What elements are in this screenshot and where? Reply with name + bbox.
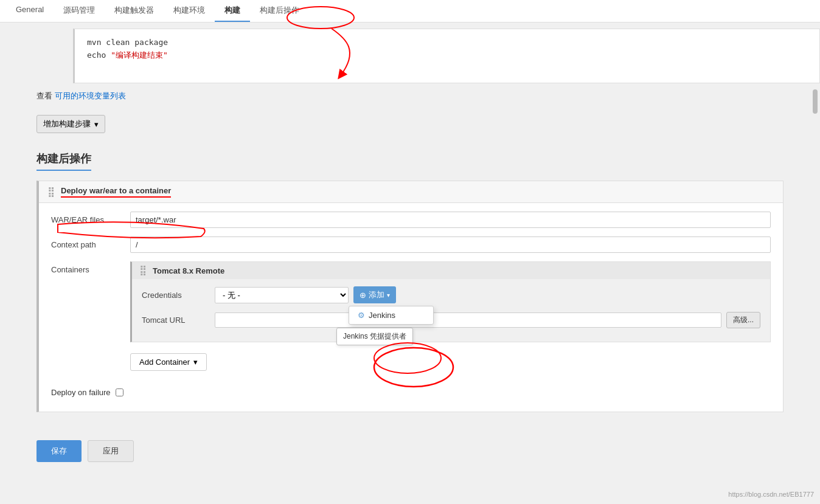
war-ear-label: WAR/EAR files — [51, 215, 130, 224]
deploy-card: ⣿ Deploy war/ear to a container WAR/EAR … — [36, 181, 784, 412]
jenkins-icon: ⚙ — [358, 311, 365, 320]
containers-label: Containers — [51, 261, 130, 274]
drag-handle-icon[interactable]: ⣿ — [47, 187, 55, 197]
advanced-button[interactable]: 高级... — [726, 312, 760, 328]
jenkins-option[interactable]: ⚙ Jenkins — [349, 306, 433, 324]
main-content: mvn clean package echo "编译构建结束" 查看 可用的环境… — [0, 22, 820, 504]
war-ear-row: WAR/EAR files — [51, 212, 771, 228]
context-path-row: Context path — [51, 236, 771, 253]
context-path-label: Context path — [51, 240, 130, 249]
context-path-input[interactable] — [130, 236, 771, 253]
build-step-area: 增加构建步骤 ▾ — [0, 109, 820, 145]
credentials-label: Credentials — [142, 291, 215, 300]
deploy-failure-row: Deploy on failure — [51, 382, 771, 403]
code-line-2: echo "编译构建结束" — [87, 49, 807, 62]
add-icon: ⊕ — [360, 291, 366, 300]
add-container-caret-icon: ▾ — [193, 357, 198, 367]
deploy-card-header: ⣿ Deploy war/ear to a container — [39, 181, 783, 203]
credentials-dropdown-menu: ⚙ Jenkins — [349, 306, 434, 325]
tabs-bar: General 源码管理 构建触发器 构建环境 构建 构建后操作 — [0, 0, 820, 22]
add-caret-icon: ▾ — [387, 292, 390, 299]
jenkins-option-label: Jenkins — [369, 311, 395, 320]
add-build-step-button[interactable]: 增加构建步骤 ▾ — [36, 115, 105, 133]
add-btn-label: 添加 — [369, 289, 384, 300]
containers-row: Containers ⣿ Tomcat 8.x Remote — [51, 261, 771, 373]
tab-trigger[interactable]: 构建触发器 — [105, 0, 164, 22]
deploy-failure-checkbox[interactable] — [116, 388, 123, 396]
page-wrapper: General 源码管理 构建触发器 构建环境 构建 构建后操作 mvn cle… — [0, 0, 820, 504]
containers-content: ⣿ Tomcat 8.x Remote Credentials - 无 - — [130, 261, 771, 373]
watermark: https://blog.csdn.net/EB1777 — [728, 491, 814, 498]
tab-env[interactable]: 构建环境 — [164, 0, 215, 22]
dropdown-caret-icon: ▾ — [94, 120, 99, 129]
deploy-card-title: Deploy war/ear to a container — [61, 186, 171, 198]
env-link[interactable]: 可用的环境变量列表 — [55, 91, 126, 100]
tomcat-card: ⣿ Tomcat 8.x Remote Credentials - 无 - — [130, 261, 771, 342]
tab-general[interactable]: General — [6, 0, 54, 22]
tomcat-url-input[interactable] — [215, 312, 721, 328]
tomcat-card-body: Credentials - 无 - ⊕ 添加 ▾ — [132, 279, 770, 342]
add-container-button[interactable]: Add Container ▾ — [130, 353, 207, 371]
tab-build[interactable]: 构建 — [215, 0, 250, 22]
war-ear-input[interactable] — [130, 212, 771, 228]
env-link-area: 查看 可用的环境变量列表 — [0, 83, 820, 109]
add-container-label: Add Container — [139, 357, 190, 367]
save-button[interactable]: 保存 — [36, 440, 82, 462]
tab-source[interactable]: 源码管理 — [54, 0, 105, 22]
tomcat-title: Tomcat 8.x Remote — [153, 266, 224, 275]
tomcat-drag-icon[interactable]: ⣿ — [139, 266, 147, 275]
code-editor[interactable]: mvn clean package echo "编译构建结束" — [73, 29, 820, 83]
add-container-area: Add Container ▾ — [130, 347, 771, 373]
add-credentials-button[interactable]: ⊕ 添加 ▾ — [353, 286, 396, 303]
jenkins-tooltip: Jenkins 凭据提供者 — [336, 328, 413, 345]
tomcat-url-label: Tomcat URL — [142, 316, 215, 325]
add-build-step-label: 增加构建步骤 — [43, 119, 91, 129]
apply-button[interactable]: 应用 — [88, 440, 134, 462]
tomcat-url-row: Tomcat URL 高级... — [142, 312, 760, 328]
tab-post[interactable]: 构建后操作 — [250, 0, 309, 22]
deploy-failure-label: Deploy on failure — [51, 388, 111, 397]
bottom-actions: 保存 应用 — [0, 430, 820, 472]
post-build-title: 构建后操作 — [36, 151, 91, 171]
credentials-select[interactable]: - 无 - — [215, 287, 349, 303]
tomcat-card-header: ⣿ Tomcat 8.x Remote — [132, 262, 770, 279]
credentials-row: Credentials - 无 - ⊕ 添加 ▾ — [142, 286, 760, 303]
env-link-prefix: 查看 — [36, 91, 55, 100]
deploy-card-body: WAR/EAR files Context path Containers — [39, 203, 783, 412]
post-build-section: 构建后操作 ⣿ Deploy war/ear to a container WA… — [0, 145, 820, 430]
code-line-1: mvn clean package — [87, 36, 807, 49]
scrollbar-handle[interactable] — [813, 89, 818, 114]
